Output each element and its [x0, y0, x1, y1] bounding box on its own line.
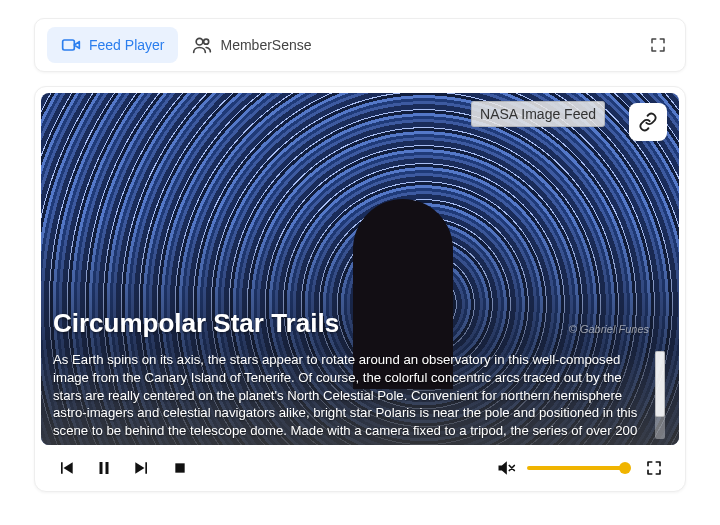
svg-rect-3 [100, 462, 103, 474]
svg-rect-4 [106, 462, 109, 474]
svg-point-2 [204, 39, 209, 44]
tab-label: Feed Player [89, 37, 164, 53]
image-title: Circumpolar Star Trails [53, 308, 665, 339]
pause-button[interactable] [93, 457, 115, 479]
hero-image: NASA Image Feed © Gabriel Funes Circumpo… [41, 93, 679, 445]
feed-source-badge: NASA Image Feed [471, 101, 605, 127]
users-icon [192, 35, 212, 55]
volume-control [495, 457, 625, 479]
fullscreen-button-top[interactable] [643, 30, 673, 60]
caption-block: Circumpolar Star Trails As Earth spins o… [41, 308, 679, 445]
link-button[interactable] [629, 103, 667, 141]
description-scrollbar[interactable] [655, 351, 665, 439]
image-description: As Earth spins on its axis, the stars ap… [53, 351, 649, 439]
next-button[interactable] [131, 457, 153, 479]
tab-member-sense[interactable]: MemberSense [178, 27, 325, 63]
player-card: NASA Image Feed © Gabriel Funes Circumpo… [34, 86, 686, 492]
tab-label: MemberSense [220, 37, 311, 53]
svg-rect-0 [63, 40, 75, 50]
video-icon [61, 35, 81, 55]
player-controls [41, 445, 679, 485]
stop-button[interactable] [169, 457, 191, 479]
volume-thumb[interactable] [619, 462, 631, 474]
top-tab-bar: Feed Player MemberSense [34, 18, 686, 72]
svg-point-1 [197, 38, 204, 45]
mute-button[interactable] [495, 457, 517, 479]
volume-slider[interactable] [527, 466, 625, 470]
fullscreen-button[interactable] [643, 457, 665, 479]
previous-button[interactable] [55, 457, 77, 479]
tab-feed-player[interactable]: Feed Player [47, 27, 178, 63]
scrollbar-thumb[interactable] [655, 351, 665, 417]
svg-rect-5 [175, 463, 184, 472]
